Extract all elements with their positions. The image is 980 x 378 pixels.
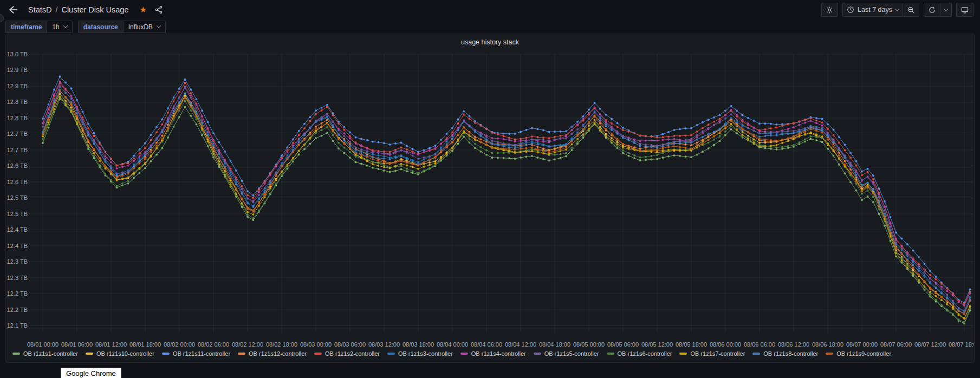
data-point (133, 164, 135, 166)
data-point (298, 141, 300, 143)
legend-item[interactable]: OB r1z1s9-controller (826, 350, 891, 357)
time-range-picker[interactable]: Last 7 days (842, 3, 903, 17)
data-point (76, 115, 78, 117)
data-point (400, 165, 403, 167)
data-point (474, 138, 476, 140)
data-point (912, 273, 914, 275)
data-point (93, 143, 95, 145)
data-point (514, 133, 516, 135)
data-point (758, 146, 761, 148)
data-point (440, 147, 442, 149)
x-tick-label: 08/04 12:00 (505, 341, 536, 348)
data-point (480, 151, 482, 153)
legend-item[interactable]: OB r1z1s8-controller (752, 350, 818, 357)
data-point (394, 149, 397, 151)
legend-item[interactable]: OB r1z1s7-controller (679, 350, 745, 357)
data-point (787, 140, 789, 142)
data-point (685, 142, 687, 144)
legend-item[interactable]: OB r1z1s5-controller (534, 350, 599, 357)
variable-timeframe-select[interactable]: 1h (47, 21, 72, 33)
data-point (241, 188, 243, 190)
data-point (730, 128, 732, 131)
data-point (355, 152, 357, 154)
zoom-out-button[interactable] (903, 3, 919, 17)
data-point (582, 133, 585, 135)
data-point (252, 206, 255, 208)
data-point (713, 135, 715, 138)
data-point (810, 118, 812, 120)
refresh-interval-dropdown[interactable] (940, 3, 952, 17)
data-point (719, 114, 721, 116)
data-point (144, 147, 146, 149)
data-point (309, 127, 311, 129)
data-point (884, 210, 886, 212)
data-point (508, 144, 510, 146)
favorite-star-icon[interactable]: ★ (139, 4, 148, 16)
data-point (656, 145, 658, 147)
data-point (440, 151, 442, 153)
variable-datasource-select[interactable]: InfluxDB (123, 21, 166, 33)
series-color-dash (679, 353, 687, 355)
x-tick-label: 08/02 00:00 (164, 341, 195, 348)
tv-mode-button[interactable] (956, 3, 973, 17)
data-point (531, 142, 533, 145)
data-point (611, 137, 613, 139)
data-point (127, 180, 129, 182)
data-point (298, 154, 300, 156)
data-point (434, 160, 437, 162)
data-point (588, 125, 590, 127)
dashboard-settings-button[interactable] (821, 3, 838, 17)
data-point (702, 136, 704, 138)
data-point (940, 299, 943, 301)
x-tick-label: 08/07 12:00 (914, 341, 946, 348)
data-point (429, 164, 431, 166)
legend-item[interactable]: OB r1z1s3-controller (387, 350, 453, 357)
data-point (821, 127, 823, 129)
data-point (565, 135, 567, 138)
data-point (383, 152, 385, 154)
data-point (59, 76, 61, 78)
data-point (87, 131, 89, 133)
data-point (161, 135, 164, 137)
breadcrumb-current[interactable]: Cluster Disk Usage (61, 5, 128, 14)
data-point (537, 148, 539, 151)
data-point (560, 153, 562, 155)
data-point (150, 155, 152, 157)
data-point (343, 152, 346, 154)
data-point (264, 193, 266, 195)
data-point (690, 142, 692, 144)
legend-item[interactable]: OB r1z1s2-controller (314, 350, 380, 357)
data-point (64, 103, 67, 106)
data-point (178, 96, 180, 98)
legend-item[interactable]: OB r1z1s1-controller (12, 350, 78, 357)
legend-item[interactable]: OB r1z1s4-controller (460, 350, 526, 357)
data-point (48, 107, 50, 109)
data-point (360, 162, 362, 165)
data-point (520, 151, 522, 153)
data-point (667, 139, 670, 141)
back-button[interactable] (7, 4, 20, 16)
share-button[interactable] (153, 4, 164, 15)
data-point (844, 157, 846, 159)
data-point (133, 167, 135, 170)
data-point (241, 180, 243, 182)
data-point (508, 157, 510, 159)
data-point (838, 154, 840, 157)
data-point (207, 127, 209, 129)
breadcrumb-root[interactable]: StatsD (28, 5, 52, 14)
data-point (417, 151, 419, 153)
x-tick-label: 08/01 18:00 (129, 341, 161, 348)
legend-item[interactable]: OB r1z1s6-controller (607, 350, 672, 357)
data-point (133, 160, 135, 162)
legend-item[interactable]: OB r1z1s12-controller (238, 350, 307, 357)
data-point (872, 195, 874, 198)
data-point (383, 158, 385, 160)
data-point (173, 100, 175, 102)
refresh-button[interactable] (924, 3, 940, 17)
data-point (298, 144, 300, 146)
panel-title[interactable]: usage history stack (6, 34, 974, 46)
legend-item[interactable]: OB r1z1s10-controller (86, 350, 154, 357)
usage-chart[interactable]: 13.0 TB12.9 TB12.9 TB12.8 TB12.8 TB12.7 … (7, 47, 974, 349)
data-point (121, 164, 124, 166)
legend-item[interactable]: OB r1z1s11-controller (162, 350, 230, 357)
